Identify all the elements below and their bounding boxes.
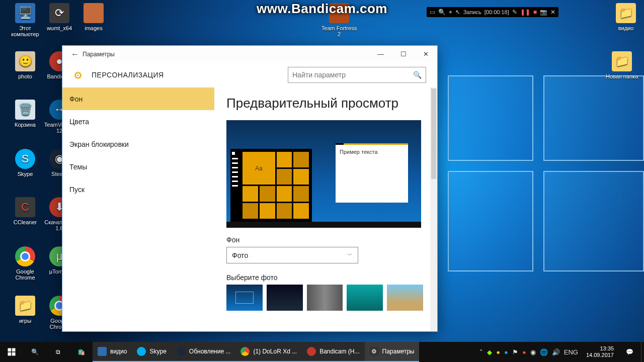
- search-icon[interactable]: 🔍: [413, 71, 422, 79]
- tray-icon-2[interactable]: ●: [496, 348, 500, 356]
- desktop-icon-chrome[interactable]: Google Chrome: [7, 246, 43, 281]
- taskbar: 🔍 ⧉ 🛍️ видио Skype Обновление ... (1) Do…: [0, 342, 644, 362]
- background-preview: Aa Пример текста: [226, 120, 421, 228]
- settings-header: ⚙ ПЕРСОНАЛИЗАЦИЯ 🔍: [62, 62, 437, 87]
- choose-photo-label: Выберите фото: [226, 274, 423, 282]
- desktop-icon-images[interactable]: images: [75, 3, 112, 31]
- start-button[interactable]: [0, 342, 23, 362]
- search-box[interactable]: 🔍: [288, 67, 426, 83]
- desktop-icon-new-folder[interactable]: 📁Новая папка: [604, 51, 640, 79]
- clock-date: 14.09.2017: [586, 352, 614, 358]
- settings-window: ← Параметры ― ☐ ✕ ⚙ ПЕРСОНАЛИЗАЦИЯ 🔍 Фон…: [62, 45, 438, 332]
- settings-content: Предварительный просмотр Aa Пример текст…: [214, 87, 437, 331]
- bandicam-watermark: www.Bandicam.com: [257, 1, 387, 17]
- desktop-icon-skype[interactable]: SSkype: [7, 149, 43, 177]
- chevron-down-icon: ﹀: [347, 251, 353, 259]
- preview-title: Предварительный просмотр: [226, 96, 423, 111]
- preview-sample-window: Пример текста: [336, 143, 408, 203]
- gear-icon: ⚙: [73, 69, 85, 80]
- desktop-icon-photo[interactable]: 🙂photo: [7, 51, 43, 79]
- background-combobox[interactable]: Фото ﹀: [226, 247, 358, 263]
- tray-steam-icon[interactable]: ◉: [530, 348, 536, 356]
- photo-thumb-2[interactable]: [267, 285, 303, 311]
- pause-icon[interactable]: ❚❚: [520, 9, 530, 16]
- taskbar-app-bandicam[interactable]: Bandicam (H...: [302, 342, 364, 362]
- preview-tile-aa: Aa: [243, 152, 275, 185]
- photo-thumb-1[interactable]: [226, 285, 263, 311]
- screen-icon[interactable]: ▭: [430, 9, 435, 16]
- record-time: [00:00:18]: [485, 9, 509, 15]
- window-title: Параметры: [83, 51, 115, 58]
- close-icon[interactable]: ✕: [550, 9, 555, 16]
- taskbar-app-settings[interactable]: ⚙Параметры: [365, 342, 420, 362]
- clock-time: 13:35: [586, 345, 614, 352]
- svg-rect-0: [8, 348, 12, 352]
- close-button[interactable]: ✕: [415, 46, 437, 62]
- window-titlebar[interactable]: ← Параметры ― ☐ ✕: [62, 46, 437, 62]
- stop-icon[interactable]: ■: [533, 9, 537, 16]
- task-view-button[interactable]: ⧉: [46, 342, 69, 362]
- desktop-icon-wumt[interactable]: ⟳wumt_x64: [41, 3, 77, 31]
- sidebar-item-background[interactable]: Фон: [62, 87, 214, 110]
- taskbar-app-steam-update[interactable]: Обновление ...: [172, 342, 236, 362]
- photo-thumb-5[interactable]: [387, 285, 423, 311]
- sidebar-item-start[interactable]: Пуск: [62, 178, 214, 201]
- svg-rect-3: [12, 352, 16, 356]
- bandicam-toolbar[interactable]: ▭ 🔍 ⌖ ↖ Запись [00:00:18] ✎ ❚❚ ■ 📷 ✕: [427, 7, 558, 17]
- sidebar-item-themes[interactable]: Темы: [62, 155, 214, 178]
- desktop-icon-games[interactable]: 📁игры: [7, 296, 43, 324]
- taskbar-app-video[interactable]: видио: [93, 342, 132, 362]
- desktop-icon-recycle-bin[interactable]: 🗑️Корзина: [7, 100, 43, 128]
- photo-thumbnails: [226, 285, 423, 311]
- tray-icon-4[interactable]: ●: [522, 348, 526, 356]
- taskbar-search-icon[interactable]: 🔍: [23, 342, 46, 362]
- taskbar-clock[interactable]: 13:35 14.09.2017: [582, 342, 618, 362]
- zoom-icon[interactable]: 🔍: [438, 9, 446, 16]
- settings-heading: ПЕРСОНАЛИЗАЦИЯ: [92, 71, 164, 79]
- tray-language[interactable]: ENG: [564, 348, 578, 356]
- svg-rect-2: [8, 352, 12, 356]
- taskbar-store-icon[interactable]: 🛍️: [69, 342, 93, 362]
- action-center-button[interactable]: 💬: [618, 342, 641, 362]
- taskbar-app-chrome[interactable]: (1) DoLoR Xd ...: [235, 342, 302, 362]
- minimize-button[interactable]: ―: [369, 46, 392, 62]
- settings-sidebar: Фон Цвета Экран блокировки Темы Пуск: [62, 87, 214, 331]
- desktop-icon-video[interactable]: 📁видио: [608, 3, 644, 31]
- tray-network-icon[interactable]: 🌐: [540, 348, 548, 356]
- record-label: Запись: [463, 9, 481, 15]
- sample-text: Пример текста: [340, 149, 378, 155]
- background-value: Фото: [232, 251, 248, 259]
- content-scrollbar[interactable]: [430, 87, 437, 331]
- tray-icon-3[interactable]: ●: [504, 348, 508, 356]
- photo-thumb-3[interactable]: [307, 285, 343, 311]
- show-desktop-button[interactable]: [641, 342, 644, 362]
- sidebar-item-lockscreen[interactable]: Экран блокировки: [62, 133, 214, 155]
- system-tray: ˄ ◆ ● ● ⚑ ● ◉ 🌐 🔊 ENG: [475, 342, 582, 362]
- camera-icon[interactable]: 📷: [540, 9, 547, 16]
- desktop-icon-ccleaner[interactable]: CCCleaner: [7, 197, 43, 225]
- svg-rect-1: [12, 348, 16, 352]
- maximize-button[interactable]: ☐: [392, 46, 415, 62]
- tray-icon-1[interactable]: ◆: [487, 348, 492, 356]
- tray-defender-icon[interactable]: ⚑: [512, 348, 518, 356]
- target-icon[interactable]: ⌖: [449, 9, 452, 16]
- taskbar-app-skype[interactable]: Skype: [132, 342, 171, 362]
- background-label: Фон: [226, 236, 423, 244]
- photo-thumb-4[interactable]: [347, 285, 383, 311]
- cursor-icon[interactable]: ↖: [455, 9, 460, 16]
- tray-volume-icon[interactable]: 🔊: [552, 348, 560, 356]
- back-button[interactable]: ←: [67, 50, 83, 59]
- tray-chevron-up-icon[interactable]: ˄: [479, 348, 483, 356]
- search-input[interactable]: [292, 71, 413, 79]
- desktop-icon-this-pc[interactable]: 🖥️Этот компьютер: [7, 3, 43, 37]
- pencil-icon[interactable]: ✎: [512, 9, 517, 16]
- sidebar-item-colors[interactable]: Цвета: [62, 110, 214, 133]
